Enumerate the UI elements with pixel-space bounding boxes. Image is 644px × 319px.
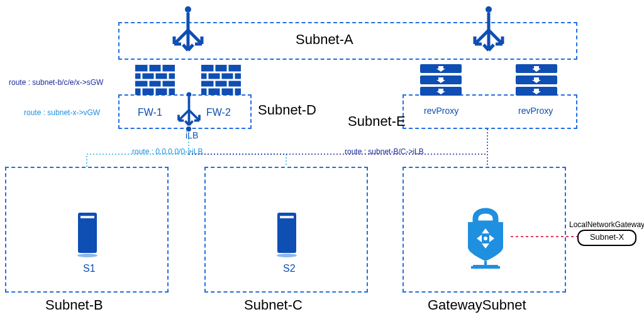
connection-lines	[0, 0, 644, 319]
